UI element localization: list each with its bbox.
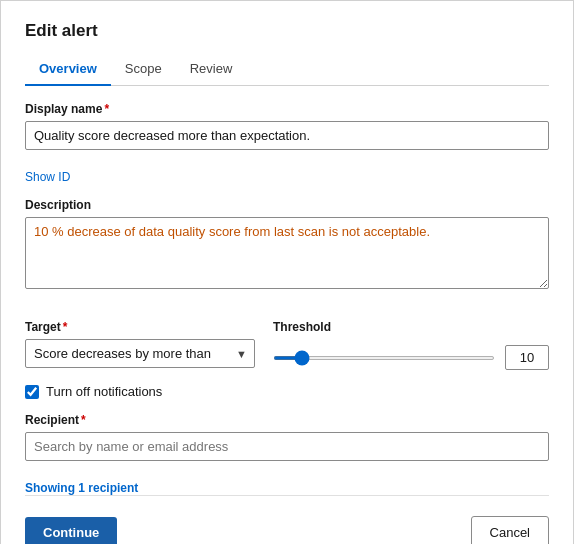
- description-input[interactable]: 10 % decrease of data quality score from…: [25, 217, 549, 289]
- threshold-label: Threshold: [273, 320, 549, 334]
- target-col: Target* Score decreases by more than ▼: [25, 320, 255, 368]
- recipient-search-input[interactable]: [25, 432, 549, 461]
- threshold-slider[interactable]: [273, 356, 495, 360]
- target-select-wrapper: Score decreases by more than ▼: [25, 339, 255, 368]
- recipient-label: Recipient*: [25, 413, 549, 427]
- tab-bar: Overview Scope Review: [25, 55, 549, 86]
- description-group: Description 10 % decrease of data qualit…: [25, 198, 549, 292]
- tab-overview[interactable]: Overview: [25, 55, 111, 86]
- target-required-star: *: [63, 320, 68, 334]
- showing-recipients-text: Showing 1 recipient: [25, 481, 549, 495]
- notifications-label: Turn off notifications: [46, 384, 162, 399]
- description-label: Description: [25, 198, 549, 212]
- dialog-footer: Continue Cancel: [25, 495, 549, 544]
- threshold-value-input[interactable]: [505, 345, 549, 370]
- recipient-required-star: *: [81, 413, 86, 427]
- recipient-group: Recipient*: [25, 413, 549, 461]
- notifications-row: Turn off notifications: [25, 384, 549, 399]
- tab-review[interactable]: Review: [176, 55, 247, 86]
- tab-scope[interactable]: Scope: [111, 55, 176, 86]
- notifications-checkbox[interactable]: [25, 385, 39, 399]
- continue-button[interactable]: Continue: [25, 517, 117, 544]
- threshold-row: [273, 345, 549, 370]
- edit-alert-dialog: Edit alert Overview Scope Review Display…: [0, 0, 574, 544]
- target-threshold-row: Target* Score decreases by more than ▼ T…: [25, 320, 549, 370]
- display-name-group: Display name*: [25, 102, 549, 150]
- dialog-title: Edit alert: [25, 21, 549, 41]
- threshold-col: Threshold: [273, 320, 549, 370]
- display-name-label: Display name*: [25, 102, 549, 116]
- target-select[interactable]: Score decreases by more than: [25, 339, 255, 368]
- required-star: *: [104, 102, 109, 116]
- show-id-link[interactable]: Show ID: [25, 170, 549, 184]
- cancel-button[interactable]: Cancel: [471, 516, 549, 544]
- target-label: Target*: [25, 320, 255, 334]
- display-name-input[interactable]: [25, 121, 549, 150]
- slider-wrapper: [273, 356, 495, 360]
